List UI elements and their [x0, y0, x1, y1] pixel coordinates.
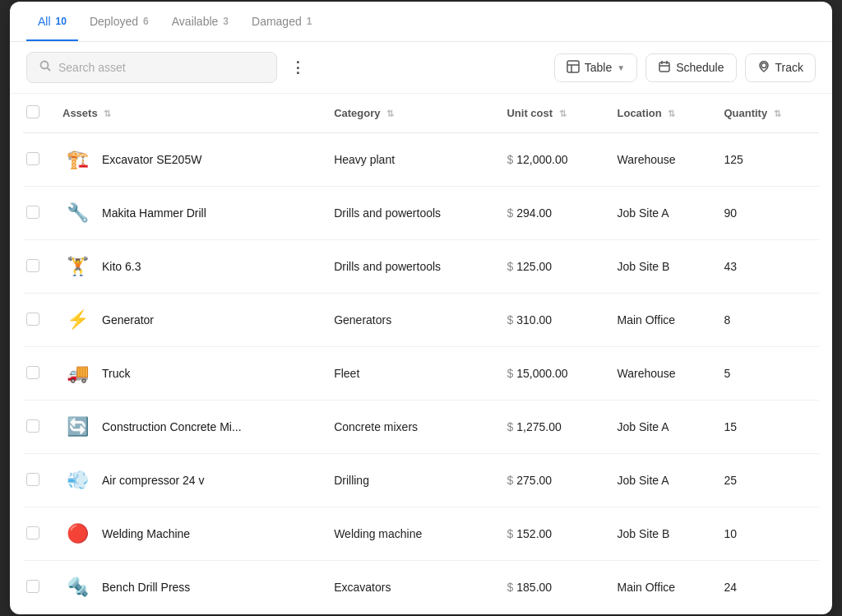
row-quantity-cell: 25: [714, 454, 819, 507]
search-icon: [39, 59, 52, 76]
sort-category-icon: ⇅: [386, 109, 394, 119]
asset-name: Generator: [102, 313, 154, 327]
table-row: 🔴 Welding Machine Welding machine $152.0…: [23, 507, 819, 561]
row-checkbox[interactable]: [26, 473, 39, 486]
row-location-cell: Job Site A: [608, 401, 715, 454]
row-quantity-cell: 90: [714, 187, 819, 240]
row-unit-cost-cell: $1,275.00: [497, 401, 607, 454]
asset-icon: 🏋️: [62, 252, 92, 281]
asset-name: Makita Hammer Drill: [102, 206, 206, 220]
search-input[interactable]: [58, 61, 265, 74]
row-unit-cost-cell: $310.00: [497, 294, 607, 347]
table-row: 🏗️ Excavator SE205W Heavy plant $12,000.…: [23, 133, 819, 187]
sort-cost-icon: ⇅: [559, 109, 567, 119]
row-checkbox[interactable]: [26, 259, 39, 272]
asset-name: Excavator SE205W: [102, 153, 201, 166]
row-checkbox[interactable]: [26, 580, 39, 593]
row-quantity-cell: 43: [714, 240, 819, 294]
th-location[interactable]: Location ⇅: [608, 94, 715, 133]
tabs-bar: All 10 Deployed 6 Available 3 Damaged 1: [10, 2, 832, 42]
select-all-checkbox[interactable]: [26, 105, 39, 118]
row-category-cell: Excavators: [324, 561, 497, 614]
row-checkbox[interactable]: [26, 366, 39, 379]
row-checkbox[interactable]: [26, 419, 39, 433]
row-checkbox-cell: [23, 507, 53, 561]
track-icon: [757, 60, 770, 76]
row-category-cell: Heavy plant: [324, 133, 497, 187]
chevron-down-icon: ▼: [617, 63, 625, 72]
asset-icon: 🏗️: [62, 145, 92, 174]
row-category-cell: Drills and powertools: [324, 187, 497, 240]
row-unit-cost-cell: $185.00: [497, 561, 607, 614]
row-location-cell: Main Office: [608, 561, 715, 614]
track-btn-label: Track: [775, 61, 803, 74]
asset-name: Bench Drill Press: [102, 581, 190, 594]
row-checkbox-cell: [23, 294, 53, 347]
asset-icon: 💨: [62, 465, 92, 495]
row-checkbox-cell: [23, 401, 53, 454]
row-quantity-cell: 125: [714, 133, 819, 187]
row-unit-cost-cell: $12,000.00: [497, 133, 607, 187]
row-checkbox[interactable]: [26, 526, 39, 540]
schedule-btn-label: Schedule: [676, 61, 724, 74]
sort-location-icon: ⇅: [668, 109, 675, 119]
asset-name: Air compressor 24 v: [102, 474, 204, 487]
assets-table-wrap: Assets ⇅ Category ⇅ Unit cost ⇅ Location…: [10, 94, 832, 614]
tab-deployed[interactable]: Deployed 6: [78, 2, 160, 41]
row-category-cell: Fleet: [324, 347, 497, 401]
row-checkbox[interactable]: [26, 152, 39, 165]
schedule-view-button[interactable]: Schedule: [645, 53, 736, 82]
asset-icon: 🚚: [62, 359, 92, 388]
row-checkbox-cell: [23, 133, 53, 187]
asset-icon: ⚡: [62, 305, 92, 335]
row-checkbox-cell: [23, 561, 53, 614]
th-checkbox: [23, 94, 53, 133]
tab-deployed-badge: 6: [143, 16, 149, 27]
svg-point-9: [761, 63, 766, 67]
table-row: 🔧 Makita Hammer Drill Drills and powerto…: [23, 187, 819, 240]
table-row: 🔄 Construction Concrete Mi... Concrete m…: [23, 401, 819, 454]
table-view-button[interactable]: Table ▼: [554, 53, 637, 82]
row-category-cell: Concrete mixers: [324, 401, 497, 454]
row-asset-cell: 🔧 Makita Hammer Drill: [53, 187, 324, 240]
row-category-cell: Drilling: [324, 454, 497, 507]
more-icon: ⋮: [290, 58, 306, 76]
tab-all[interactable]: All 10: [26, 2, 78, 41]
tab-all-badge: 10: [56, 16, 67, 27]
search-wrapper[interactable]: [26, 52, 277, 83]
tab-damaged[interactable]: Damaged 1: [240, 2, 323, 41]
th-quantity[interactable]: Quantity ⇅: [714, 94, 819, 133]
tab-available[interactable]: Available 3: [160, 2, 240, 41]
svg-rect-5: [659, 63, 669, 72]
row-checkbox[interactable]: [26, 206, 39, 219]
row-unit-cost-cell: $294.00: [497, 187, 607, 240]
row-checkbox[interactable]: [26, 313, 39, 326]
tab-available-badge: 3: [223, 16, 229, 27]
th-assets[interactable]: Assets ⇅: [53, 94, 324, 133]
row-quantity-cell: 5: [714, 347, 819, 401]
table-btn-label: Table: [585, 61, 612, 74]
table-row: ⚡ Generator Generators $310.00 Main Offi…: [23, 294, 819, 347]
asset-name: Construction Concrete Mi...: [102, 420, 242, 433]
svg-point-0: [41, 62, 49, 69]
row-asset-cell: 💨 Air compressor 24 v: [53, 454, 324, 507]
table-row: 🔩 Bench Drill Press Excavators $185.00 M…: [23, 561, 819, 614]
row-asset-cell: 🚚 Truck: [53, 347, 324, 401]
row-category-cell: Drills and powertools: [324, 240, 497, 294]
row-location-cell: Job Site A: [608, 454, 715, 507]
tab-deployed-label: Deployed: [90, 15, 138, 28]
table-icon: [567, 60, 580, 76]
row-location-cell: Job Site A: [608, 187, 715, 240]
tab-damaged-badge: 1: [307, 16, 312, 27]
tab-available-label: Available: [172, 15, 219, 28]
schedule-icon: [658, 60, 671, 76]
more-options-button[interactable]: ⋮: [285, 54, 312, 81]
th-category[interactable]: Category ⇅: [324, 94, 497, 133]
row-asset-cell: 🔴 Welding Machine: [53, 507, 324, 561]
th-unit-cost[interactable]: Unit cost ⇅: [497, 94, 607, 133]
table-row: 🏋️ Kito 6.3 Drills and powertools $125.0…: [23, 240, 819, 294]
asset-name: Truck: [102, 367, 130, 380]
track-view-button[interactable]: Track: [745, 53, 816, 82]
row-unit-cost-cell: $275.00: [497, 454, 607, 507]
tab-damaged-label: Damaged: [252, 15, 302, 28]
